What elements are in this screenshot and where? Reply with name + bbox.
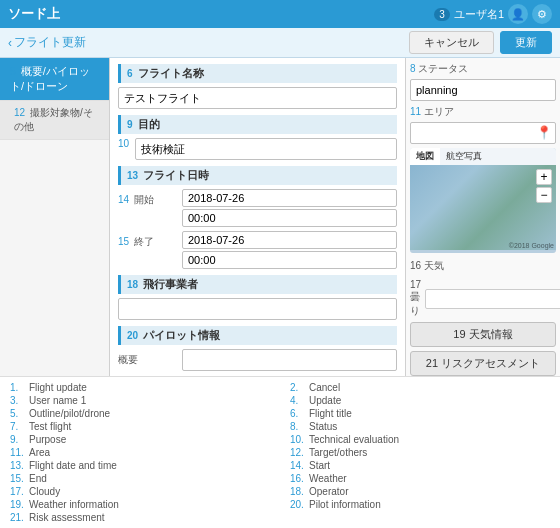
map-container[interactable]: 地図 航空写真 + − ©2018 Google bbox=[410, 148, 556, 253]
legend-item: 7.Test flight bbox=[10, 421, 270, 432]
legend-num: 21. bbox=[10, 512, 26, 523]
area-input-wrap: 📍 bbox=[410, 122, 556, 144]
legend-text: Outline/pilot/drone bbox=[29, 408, 110, 419]
legend-item: 11.Area bbox=[10, 447, 270, 458]
legend-text: Flight update bbox=[29, 382, 87, 393]
legend-num: 7. bbox=[10, 421, 26, 432]
pilot-section: 20 パイロット情報 概要 bbox=[118, 326, 397, 371]
subheader: ‹ フライト更新 キャンセル 更新 bbox=[0, 28, 560, 58]
legend-text: User name 1 bbox=[29, 395, 86, 406]
start-time-input[interactable] bbox=[182, 209, 397, 227]
user-num-badge: 3 bbox=[434, 8, 450, 21]
weather-label: 16 天気 bbox=[410, 259, 444, 273]
sidebar-item-outline[interactable]: 5 概要/パイロット/ドローン bbox=[0, 58, 109, 101]
sidebar-outline-label: 概要/パイロット/ドローン bbox=[10, 65, 90, 92]
legend-item: 1.Flight update bbox=[10, 382, 270, 393]
map-attribution: ©2018 Google bbox=[509, 242, 554, 249]
status-input[interactable] bbox=[410, 79, 556, 101]
area-input[interactable] bbox=[410, 122, 556, 144]
cancel-button[interactable]: キャンセル bbox=[409, 31, 494, 54]
tech-eval-input[interactable] bbox=[135, 138, 397, 160]
weather-section: 16 天気 bbox=[410, 259, 556, 273]
purpose-section-label: 9 目的 bbox=[118, 115, 397, 134]
legend-item: 12.Target/others bbox=[290, 447, 550, 458]
legend-text: Cancel bbox=[309, 382, 340, 393]
sidebar-item-target[interactable]: 12 撮影対象物/その他 bbox=[0, 101, 109, 140]
legend-text: Operator bbox=[309, 486, 348, 497]
legend-text: End bbox=[29, 473, 47, 484]
pilot-input[interactable] bbox=[182, 349, 397, 371]
pilot-section-label: 20 パイロット情報 bbox=[118, 326, 397, 345]
legend-text: Flight date and time bbox=[29, 460, 117, 471]
legend-item: 16.Weather bbox=[290, 473, 550, 484]
start-date-input[interactable] bbox=[182, 189, 397, 207]
end-date-input[interactable] bbox=[182, 231, 397, 249]
sidebar-num-12: 12 bbox=[14, 107, 25, 118]
purpose-section: 9 目的 10 bbox=[118, 115, 397, 160]
legend-text: Risk assessment bbox=[29, 512, 105, 523]
pilot-sub-label: 概要 bbox=[118, 349, 178, 367]
legend-item: 8.Status bbox=[290, 421, 550, 432]
start-row: 14 開始 bbox=[118, 189, 397, 227]
user-avatar-icon[interactable]: 👤 bbox=[508, 4, 528, 24]
header-user-area: 3 ユーザ名1 👤 ⚙ bbox=[434, 4, 552, 24]
flight-title-input[interactable] bbox=[118, 87, 397, 109]
page-title: フライト更新 bbox=[14, 34, 86, 51]
update-button[interactable]: 更新 bbox=[500, 31, 552, 54]
end-label: 15 終了 bbox=[118, 231, 178, 249]
end-datetime-group bbox=[182, 231, 397, 269]
legend-num: 17. bbox=[10, 486, 26, 497]
legend-text: Status bbox=[309, 421, 337, 432]
tech-eval-num: 10 bbox=[118, 138, 129, 149]
legend-text: Target/others bbox=[309, 447, 367, 458]
cloudy-row: 17 曇り bbox=[410, 279, 556, 318]
zoom-in-button[interactable]: + bbox=[536, 169, 552, 185]
legend-num: 12. bbox=[290, 447, 306, 458]
datetime-section-label: 13 フライト日時 bbox=[118, 166, 397, 185]
legend-item: 21.Risk assessment bbox=[10, 512, 270, 523]
legend-num: 18. bbox=[290, 486, 306, 497]
map-zoom-controls: + − bbox=[536, 169, 552, 203]
settings-icon[interactable]: ⚙ bbox=[532, 4, 552, 24]
operator-input[interactable] bbox=[118, 298, 397, 320]
cloudy-input[interactable] bbox=[425, 289, 560, 309]
legend-item: 3.User name 1 bbox=[10, 395, 270, 406]
map-tab-aerial[interactable]: 航空写真 bbox=[440, 148, 488, 165]
area-section: 11 エリア 📍 bbox=[410, 105, 556, 144]
weather-info-button[interactable]: 19 天気情報 bbox=[410, 322, 556, 347]
legend-item: 15.End bbox=[10, 473, 270, 484]
cloudy-label: 17 曇り bbox=[410, 279, 421, 318]
location-icon[interactable]: 📍 bbox=[536, 125, 552, 140]
legend-text: Weather information bbox=[29, 499, 119, 510]
legend-grid: 1.Flight update2.Cancel3.User name 14.Up… bbox=[10, 382, 550, 523]
legend-item: 9.Purpose bbox=[10, 434, 270, 445]
legend-item: 5.Outline/pilot/drone bbox=[10, 408, 270, 419]
zoom-out-button[interactable]: − bbox=[536, 187, 552, 203]
flight-title-section-label: 6 フライト名称 bbox=[118, 64, 397, 83]
legend-text: Start bbox=[309, 460, 330, 471]
operator-row bbox=[118, 298, 397, 320]
legend-text: Cloudy bbox=[29, 486, 60, 497]
user-name: ユーザ名1 bbox=[454, 7, 504, 22]
app-header: ソード上 3 ユーザ名1 👤 ⚙ bbox=[0, 0, 560, 28]
legend-num: 9. bbox=[10, 434, 26, 445]
legend-text: Test flight bbox=[29, 421, 71, 432]
legend-num: 10. bbox=[290, 434, 306, 445]
legend-num: 2. bbox=[290, 382, 306, 393]
end-time-input[interactable] bbox=[182, 251, 397, 269]
back-button[interactable]: ‹ フライト更新 bbox=[8, 34, 86, 51]
map-tab-map[interactable]: 地図 bbox=[410, 148, 440, 165]
legend-item: 6.Flight title bbox=[290, 408, 550, 419]
legend-num: 3. bbox=[10, 395, 26, 406]
legend-text: Flight title bbox=[309, 408, 352, 419]
legend-text: Pilot information bbox=[309, 499, 381, 510]
legend-num: 15. bbox=[10, 473, 26, 484]
back-arrow-icon: ‹ bbox=[8, 36, 12, 50]
map-body: + − ©2018 Google bbox=[410, 165, 556, 250]
flight-title-row bbox=[118, 87, 397, 109]
legend-num: 19. bbox=[10, 499, 26, 510]
legend-num: 4. bbox=[290, 395, 306, 406]
legend-item: 14.Start bbox=[290, 460, 550, 471]
legend-text: Weather bbox=[309, 473, 347, 484]
risk-assessment-button[interactable]: 21 リスクアセスメント bbox=[410, 351, 556, 376]
